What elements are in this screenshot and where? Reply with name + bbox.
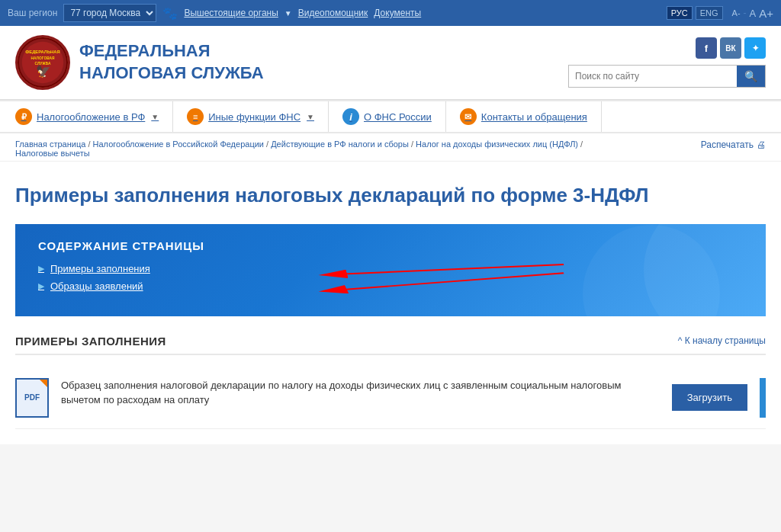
paw-icon: 🐾	[162, 6, 178, 21]
breadcrumb-home[interactable]: Главная страница	[15, 139, 85, 149]
nav-item-functions[interactable]: ≡ Иные функции ФНС ▼	[173, 101, 329, 132]
nav-bar: ₽ Налогообложение в РФ ▼ ≡ Иные функции …	[0, 100, 781, 133]
breadcrumb-deductions[interactable]: Налоговые вычеты	[15, 149, 90, 158]
region-select[interactable]: 77 город Москва	[63, 4, 156, 22]
breadcrumb-taxation[interactable]: Налогообложение в Российской Федерации	[93, 139, 264, 149]
contacts-icon: ✉	[460, 108, 477, 125]
breadcrumb-bar: Распечатать 🖨 Главная страница / Налогоо…	[0, 133, 781, 162]
print-button[interactable]: Распечатать 🖨	[701, 139, 766, 150]
search-area: f ВК ✦ 🔍	[568, 37, 766, 88]
font-size-group: А- - А А+	[732, 7, 773, 20]
dropdown-arrow: ▼	[284, 9, 292, 18]
lang-en-button[interactable]: ENG	[696, 6, 723, 20]
breadcrumb-taxes[interactable]: Действующие в РФ налоги и сборы	[271, 139, 409, 149]
taxation-arrow: ▼	[151, 113, 159, 121]
top-bar: Ваш регион 77 город Москва 🐾 Вышестоящие…	[0, 0, 781, 26]
language-group: РУС ENG А- - А А+	[667, 6, 773, 20]
main-content: Примеры заполнения налоговых деклараций …	[0, 162, 781, 444]
font-small-button[interactable]: А-	[732, 8, 741, 18]
toc-box: СОДЕРЖАНИЕ СТРАНИЦЫ ▶ Примеры заполнения…	[15, 224, 766, 316]
twitter-button[interactable]: ✦	[744, 37, 766, 59]
nav-item-taxation[interactable]: ₽ Налогообложение в РФ ▼	[15, 101, 173, 132]
toc-label-samples: Образцы заявлений	[50, 280, 143, 292]
nav-item-contacts[interactable]: ✉ Контакты и обращения	[446, 101, 602, 132]
back-to-top-label: ^ К началу страницы	[678, 335, 766, 346]
search-button[interactable]: 🔍	[737, 66, 765, 87]
video-helper-link[interactable]: Видеопомощник	[298, 8, 368, 18]
org-name: ФЕДЕРАЛЬНАЯНАЛОГОВАЯ СЛУЖБА	[79, 40, 264, 84]
facebook-button[interactable]: f	[696, 37, 717, 59]
toc-arrow-examples: ▶	[38, 264, 44, 274]
nav-label-functions: Иные функции ФНС	[208, 111, 301, 123]
nav-label-about: О ФНС России	[364, 111, 432, 123]
search-input[interactable]	[569, 66, 737, 87]
font-normal-button[interactable]: А	[750, 8, 757, 19]
nav-label-taxation: Налогообложение в РФ	[37, 111, 145, 123]
logo-area: ФЕДЕРАЛЬНАЯ НАЛОГОВАЯ СЛУЖБА 🦅 ФЕДЕРАЛЬН…	[15, 35, 264, 90]
functions-arrow: ▼	[307, 113, 314, 121]
functions-icon: ≡	[187, 108, 204, 125]
nav-item-about[interactable]: i О ФНС России	[329, 101, 446, 132]
doc-icon: PDF	[15, 378, 49, 418]
doc-description: Образец заполнения налоговой декларации …	[61, 380, 621, 406]
vk-button[interactable]: ВК	[720, 37, 741, 59]
about-icon: i	[342, 108, 359, 125]
page-title: Примеры заполнения налоговых деклараций …	[15, 183, 766, 209]
breadcrumb: Главная страница / Налогообложение в Рос…	[15, 139, 583, 158]
print-label: Распечатать	[701, 139, 754, 150]
toc-item-examples[interactable]: ▶ Примеры заполнения	[38, 263, 743, 274]
search-box: 🔍	[568, 65, 766, 88]
breadcrumb-ndfl[interactable]: Налог на доходы физических лиц (НДФЛ)	[416, 139, 578, 149]
download-button-accent	[760, 378, 766, 418]
documents-link[interactable]: Документы	[374, 8, 421, 18]
social-icons: f ВК ✦	[696, 37, 766, 59]
section-header-examples: ПРИМЕРЫ ЗАПОЛНЕНИЯ ^ К началу страницы	[15, 335, 766, 355]
site-header: ФЕДЕРАЛЬНАЯ НАЛОГОВАЯ СЛУЖБА 🦅 ФЕДЕРАЛЬН…	[0, 26, 781, 100]
doc-item: PDF Образец заполнения налоговой деклара…	[15, 367, 766, 429]
svg-text:🦅: 🦅	[36, 64, 51, 79]
svg-text:НАЛОГОВАЯ: НАЛОГОВАЯ	[31, 56, 55, 60]
logo: ФЕДЕРАЛЬНАЯ НАЛОГОВАЯ СЛУЖБА 🦅	[15, 35, 70, 90]
region-label: Ваш регион	[8, 8, 57, 18]
nav-label-contacts: Контакты и обращения	[481, 111, 587, 123]
doc-icon-text: PDF	[24, 393, 40, 402]
taxation-icon: ₽	[15, 108, 32, 125]
svg-text:ФЕДЕРАЛЬНАЯ: ФЕДЕРАЛЬНАЯ	[25, 50, 59, 54]
superior-organs-link[interactable]: Вышестоящие органы	[184, 8, 278, 18]
toc-title: СОДЕРЖАНИЕ СТРАНИЦЫ	[38, 239, 743, 252]
back-to-top-button[interactable]: ^ К началу страницы	[678, 335, 766, 346]
section-title-examples: ПРИМЕРЫ ЗАПОЛНЕНИЯ	[15, 335, 166, 348]
lang-ru-button[interactable]: РУС	[667, 6, 693, 20]
toc-label-examples: Примеры заполнения	[50, 263, 150, 274]
print-icon: 🖨	[757, 139, 766, 150]
font-large-button[interactable]: А+	[759, 7, 773, 20]
toc-item-samples[interactable]: ▶ Образцы заявлений	[38, 280, 743, 292]
doc-text: Образец заполнения налоговой декларации …	[61, 378, 660, 408]
download-button[interactable]: Загрузить	[672, 384, 747, 411]
toc-arrow-samples: ▶	[38, 281, 44, 291]
